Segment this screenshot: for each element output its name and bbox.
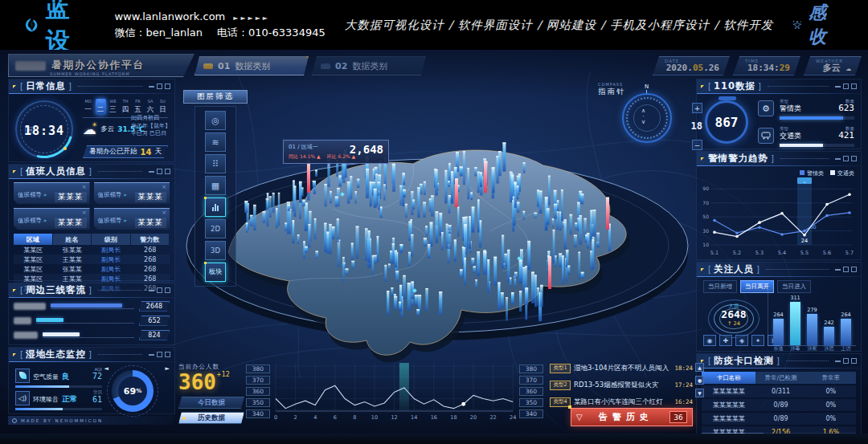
alert-row[interactable]: 类型1湿地3-104片区有不明人员闯入18:24 [550, 361, 693, 375]
scroll-up-icon[interactable]: ▲ [695, 363, 704, 372]
weekday[interactable]: WE三 [108, 99, 118, 115]
site-header: 蓝蓝设计 www.lanlanwork.com►►►►► 微信：ben_lanl… [0, 0, 868, 50]
column-header[interactable]: 姓名 [53, 234, 92, 245]
compass-ring[interactable] [622, 93, 672, 143]
cell-area: 某某区 [14, 264, 53, 274]
minimize-icon[interactable] [835, 158, 841, 160]
history-data-button[interactable]: 历史数据 [178, 412, 244, 424]
weather-value: 多云 ☁ [816, 63, 851, 73]
corner-tick-icon [701, 360, 704, 363]
alert-time: 18:24 [674, 365, 693, 372]
table-row[interactable]: 某某区张某某副局长268 [14, 245, 170, 255]
y-axis-label: 350 [246, 398, 270, 407]
window-icon[interactable] [157, 169, 162, 174]
column-header[interactable]: 异常率 [806, 372, 856, 384]
office-count-block: 当前办公人数 360+12 今日数据 历史数据 [178, 363, 248, 424]
column-header[interactable]: 级别 [92, 234, 131, 245]
expand-icon[interactable] [165, 169, 170, 174]
layer-grid-button[interactable]: ⠿ [205, 154, 226, 173]
table-row[interactable]: 某某区张某某副局长268 [14, 264, 170, 274]
alert-nav: ▲●▼ [695, 363, 704, 397]
duty-card[interactable]: 值班领导»×某某某 [14, 208, 90, 230]
window-icon[interactable] [843, 267, 849, 272]
layer-building-button[interactable]: ▦ [205, 176, 226, 195]
zoom-in-button[interactable]: + [692, 103, 702, 113]
cloud-icon: ☁☀ [83, 121, 97, 137]
gauge-left-arrow[interactable]: ◄ [104, 365, 108, 372]
minimize-icon[interactable] [149, 354, 154, 356]
minimize-icon[interactable] [149, 86, 154, 88]
checkpoint-row[interactable]: 某某某某某0/3110% [702, 385, 856, 397]
column-header[interactable]: 卡口名称 [702, 372, 755, 384]
duty-card[interactable]: 值班领导»×某某某 [14, 182, 90, 204]
filter-icon[interactable]: ◈ [735, 335, 748, 346]
expand-icon[interactable] [165, 352, 170, 357]
duty-card[interactable]: 值班领导»×某某某 [94, 182, 170, 204]
panel-title: 湿地生态监控 [26, 348, 86, 360]
layer-signal-button[interactable]: ≋ [205, 132, 226, 152]
weekday[interactable]: MO一 [83, 99, 93, 115]
minimize-icon[interactable] [835, 360, 841, 362]
window-icon[interactable] [157, 352, 162, 357]
window-icon[interactable] [157, 84, 162, 89]
y-axis-label: 360 [519, 387, 543, 396]
minimize-icon[interactable] [835, 269, 841, 271]
close-icon[interactable]: × [162, 210, 166, 216]
layer-button-2D[interactable]: 2D [205, 219, 226, 238]
column-header[interactable]: 异常/已检测 [755, 372, 805, 384]
alert-history-banner[interactable]: ▽ 告警历史 36 [571, 408, 693, 426]
website-link[interactable]: www.lanlanwork.com [114, 10, 225, 22]
svg-text:⌄: ⌄ [802, 178, 806, 184]
layer-bars-button[interactable] [205, 198, 226, 217]
window-icon[interactable] [843, 84, 849, 89]
filter-icon[interactable]: ✚ [719, 335, 732, 346]
table-row[interactable]: 某某区王某某副局长268 [14, 255, 170, 264]
expand-icon[interactable] [851, 156, 857, 161]
checkpoint-row[interactable]: 某某某某某0/890% [702, 413, 856, 425]
svg-text:30: 30 [810, 224, 817, 230]
alert-row[interactable]: 类型2RD13-53烟感报警疑似火灾17:24 [550, 378, 693, 392]
noise-status: 正常 [62, 394, 77, 403]
minimize-icon[interactable] [149, 290, 154, 291]
window-icon[interactable] [843, 358, 849, 364]
layer-button-3D[interactable]: 3D [205, 241, 226, 260]
layer-button-板块[interactable]: 板块 [205, 263, 226, 282]
expand-icon[interactable] [851, 84, 857, 89]
weekday-active[interactable]: TU二 [96, 99, 106, 115]
weekday[interactable]: SU日 [158, 99, 168, 115]
layer-camera-button[interactable]: ◎ [205, 111, 226, 130]
filter-icon[interactable]: ◉ [703, 335, 716, 346]
column-header[interactable]: 区域 [14, 234, 53, 245]
close-icon[interactable]: × [82, 184, 87, 190]
expand-icon[interactable] [851, 267, 857, 272]
close-icon[interactable]: × [162, 184, 166, 190]
zoom-out-button[interactable]: − [692, 140, 702, 150]
corner-dot [204, 262, 207, 264]
pause-icon[interactable]: ● [695, 376, 704, 385]
weekday[interactable]: SA六 [145, 99, 156, 115]
filter-icon[interactable]: ✦ [751, 335, 764, 346]
close-icon[interactable]: × [82, 210, 87, 216]
scroll-down-icon[interactable]: ▼ [695, 389, 704, 397]
weekday-cn: 二 [96, 105, 106, 115]
focus-tab[interactable]: 当日新增 [703, 280, 737, 293]
minimize-icon[interactable] [149, 171, 154, 173]
flow-value: 652 [139, 316, 170, 326]
column-header[interactable]: 警力数 [131, 234, 170, 245]
window-icon[interactable] [157, 287, 162, 293]
alert-time: 16:24 [674, 398, 693, 405]
today-data-button[interactable]: 今日数据 [178, 397, 244, 409]
expand-icon[interactable] [851, 358, 857, 364]
expand-icon[interactable] [165, 287, 170, 293]
panel-title: 日常信息 [26, 80, 66, 92]
weekday[interactable]: FR五 [133, 99, 143, 115]
panel-header: [湿地生态监控] [9, 348, 174, 361]
checkpoint-row[interactable]: 某某某某某0/890% [702, 399, 856, 411]
duty-card[interactable]: 值班领导»×某某某 [94, 208, 170, 230]
expand-icon[interactable] [165, 84, 170, 89]
weekday[interactable]: TH四 [121, 99, 131, 115]
minimize-icon[interactable] [835, 86, 841, 88]
window-icon[interactable] [843, 156, 849, 161]
tab-corner-dot [306, 55, 309, 58]
gauge-right-arrow[interactable]: ► [166, 365, 170, 372]
